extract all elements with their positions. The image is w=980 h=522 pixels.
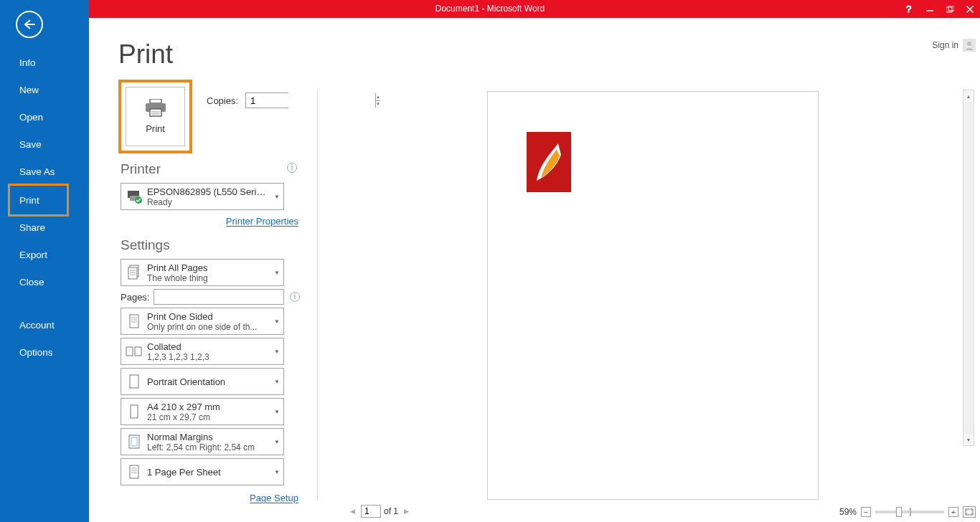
printer-status-icon (126, 189, 142, 204)
paper-icon (128, 404, 140, 419)
zoom-in-button[interactable]: + (948, 507, 958, 517)
printer-info-icon[interactable]: i (287, 163, 297, 173)
backstage-main: Sign in Print Print Copies: (89, 18, 980, 522)
sidebar-item-saveas[interactable]: Save As (0, 158, 89, 185)
sidebar-item-info[interactable]: Info (0, 49, 89, 76)
margins-icon (128, 434, 141, 450)
print-preview (342, 18, 963, 500)
printer-properties-link[interactable]: Printer Properties (226, 216, 298, 227)
printer-status: Ready (147, 197, 269, 207)
window-title: Document1 - Microsoft Word (0, 0, 980, 18)
copies-spinner[interactable]: ▲ ▼ (245, 92, 288, 108)
collate-dropdown[interactable]: Collated 1,2,3 1,2,3 1,2,3 ▼ (121, 338, 284, 365)
svg-text:?: ? (906, 5, 911, 14)
pages-info-icon[interactable]: i (290, 292, 300, 302)
zoom-to-page-button[interactable] (963, 506, 976, 518)
printer-dropdown[interactable]: EPSON862895 (L550 Series) Ready ▼ (121, 183, 284, 210)
zoom-slider[interactable] (875, 511, 944, 513)
page-setup-link[interactable]: Page Setup (250, 493, 298, 503)
margins-dropdown[interactable]: Normal Margins Left: 2,54 cm Right: 2,54… (121, 428, 284, 455)
fit-page-icon (965, 508, 974, 516)
close-icon[interactable] (960, 0, 980, 18)
svg-rect-3 (948, 6, 954, 11)
orientation-dropdown[interactable]: Portrait Orientation ▼ (121, 368, 284, 395)
svg-rect-2 (946, 7, 952, 12)
printer-name: EPSON862895 (L550 Series) (147, 186, 269, 197)
zoom-out-button[interactable]: − (861, 507, 871, 517)
collated-icon (126, 345, 143, 358)
sidebar-item-open[interactable]: Open (0, 103, 89, 130)
settings-heading: Settings (121, 237, 300, 253)
pages-input[interactable] (154, 289, 284, 305)
restore-icon[interactable] (940, 0, 960, 18)
svg-rect-30 (130, 465, 138, 478)
sidebar-item-account[interactable]: Account (0, 311, 89, 338)
svg-rect-16 (128, 267, 137, 279)
sidebar-item-save[interactable]: Save (0, 130, 89, 158)
chevron-down-icon: ▼ (270, 338, 283, 364)
help-icon[interactable]: ? (900, 0, 920, 18)
chevron-down-icon: ▼ (270, 308, 283, 334)
minimize-icon[interactable] (920, 0, 940, 18)
preview-scrollbar[interactable]: ▲ ▼ (963, 90, 974, 446)
svg-rect-7 (150, 99, 161, 103)
arrow-left-icon (23, 19, 36, 29)
prev-page-button[interactable]: ◀ (347, 508, 358, 515)
zoom-controls: 59% − + (839, 505, 976, 519)
next-page-button[interactable]: ▶ (401, 508, 412, 515)
user-avatar-icon (963, 39, 976, 52)
sidebar-item-close[interactable]: Close (0, 268, 89, 295)
print-range-dropdown[interactable]: Print All Pages The whole thing ▼ (121, 259, 284, 286)
title-bar: Document1 - Microsoft Word ? (0, 0, 980, 18)
sidebar-item-options[interactable]: Options (0, 338, 89, 366)
chevron-down-icon: ▼ (270, 369, 283, 394)
portrait-icon (128, 374, 140, 389)
print-button[interactable]: Print (126, 87, 185, 146)
chevron-down-icon: ▼ (270, 399, 283, 424)
zoom-thumb[interactable] (896, 507, 902, 517)
sidebar-item-share[interactable]: Share (0, 214, 89, 241)
current-page-input[interactable] (361, 505, 381, 518)
page-title: Print (118, 39, 173, 70)
sidebar-item-export[interactable]: Export (0, 241, 89, 268)
chevron-down-icon: ▼ (270, 184, 283, 209)
document-logo (527, 132, 571, 192)
highlight-box-print-button: Print (118, 80, 192, 153)
preview-page (487, 91, 819, 500)
svg-rect-24 (126, 347, 133, 356)
zoom-percent[interactable]: 59% (839, 507, 857, 517)
sided-dropdown[interactable]: Print One Sided Only print on one side o… (121, 308, 284, 335)
svg-rect-20 (130, 315, 138, 328)
one-sided-icon (128, 313, 141, 329)
one-page-per-sheet-icon (128, 465, 140, 479)
scroll-down-icon[interactable]: ▼ (963, 434, 974, 445)
svg-rect-26 (130, 375, 138, 388)
vertical-divider (317, 90, 318, 500)
page-of-label: of 1 (384, 506, 398, 516)
copies-label: Copies: (207, 95, 238, 106)
scroll-up-icon[interactable]: ▲ (963, 90, 974, 102)
svg-point-6 (967, 42, 971, 46)
printer-icon (144, 99, 167, 118)
print-button-label: Print (146, 123, 165, 134)
svg-rect-25 (135, 347, 141, 356)
sidebar-item-print[interactable]: Print (0, 186, 89, 214)
pages-icon (127, 265, 141, 280)
back-button[interactable] (16, 11, 43, 38)
sidebar-item-new[interactable]: New (0, 76, 89, 103)
svg-rect-9 (150, 109, 161, 116)
pages-label: Pages: (121, 292, 149, 303)
preview-page-nav: ◀ of 1 ▶ (347, 503, 412, 519)
svg-rect-27 (131, 405, 138, 418)
pages-per-sheet-dropdown[interactable]: 1 Page Per Sheet ▼ (121, 458, 284, 485)
backstage-sidebar: Info New Open Save Save As Print Share E… (0, 0, 89, 522)
chevron-down-icon: ▼ (270, 260, 283, 285)
chevron-down-icon: ▼ (270, 459, 283, 485)
paper-size-dropdown[interactable]: A4 210 x 297 mm 21 cm x 29,7 cm ▼ (121, 398, 284, 425)
printer-heading: Printer (121, 161, 161, 176)
chevron-down-icon: ▼ (270, 429, 283, 455)
